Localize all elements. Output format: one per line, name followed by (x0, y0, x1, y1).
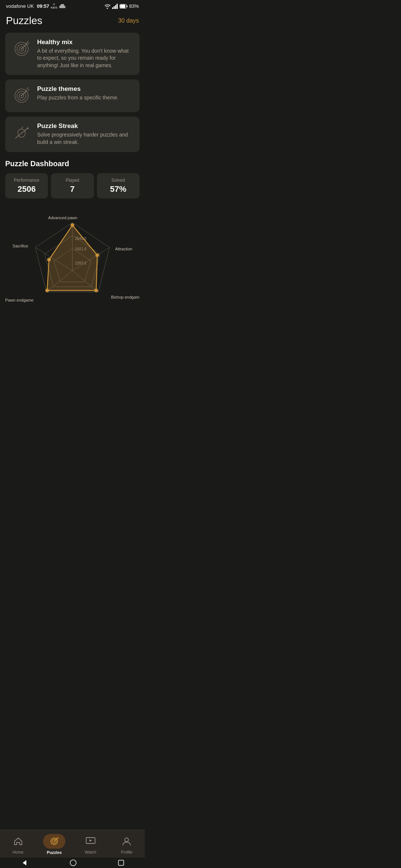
svg-text:Advanced pawn: Advanced pawn (48, 216, 77, 220)
svg-rect-1 (112, 7, 113, 9)
svg-point-39 (71, 223, 74, 227)
svg-rect-7 (120, 4, 125, 8)
dashboard-section: Puzzle Dashboard Performance 2506 Played… (0, 152, 145, 202)
stat-played-value: 7 (70, 184, 75, 194)
svg-line-15 (27, 43, 29, 44)
stat-played: Played 7 (51, 173, 94, 198)
time-label: 09:57 (37, 3, 49, 9)
stat-performance-value: 2506 (17, 184, 36, 194)
svg-point-43 (47, 258, 51, 262)
battery-label: 83% (129, 3, 139, 9)
svg-rect-6 (127, 5, 127, 7)
svg-text:Pawn endgame: Pawn endgame (5, 298, 33, 302)
wifi-icon: 5 (104, 4, 111, 9)
svg-point-40 (95, 253, 99, 257)
stats-row: Performance 2506 Played 7 Solved 57% (5, 173, 140, 198)
puzzle-streak-title: Puzzle Streak (37, 122, 134, 130)
stat-performance-label: Performance (14, 178, 39, 183)
stat-solved-value: 57% (110, 184, 126, 194)
healthy-mix-icon (11, 39, 32, 59)
radar-chart: 1921.0 2283.0 2645.0 Advanced pawn Attra… (0, 202, 145, 321)
svg-rect-4 (117, 4, 118, 9)
puzzle-themes-card[interactable]: Puzzle themes Play puzzles from a specif… (5, 79, 140, 112)
page-header: Puzzles 30 days (0, 11, 145, 33)
svg-rect-3 (115, 5, 116, 9)
puzzle-streak-card[interactable]: Puzzle Streak Solve progressively harder… (5, 116, 140, 152)
svg-line-24 (28, 89, 29, 90)
healthy-mix-title: Healthy mix (37, 39, 134, 46)
svg-rect-2 (114, 6, 115, 9)
puzzle-streak-icon (11, 122, 32, 143)
carrier-label: vodafone UK (6, 3, 34, 9)
svg-marker-38 (47, 225, 97, 290)
svg-point-41 (94, 289, 98, 292)
healthy-mix-card[interactable]: Healthy mix A bit of everything. You don… (5, 33, 140, 75)
stat-solved: Solved 57% (97, 173, 140, 198)
cards-list: Healthy mix A bit of everything. You don… (0, 33, 145, 152)
battery-icon (120, 4, 128, 9)
svg-line-23 (27, 88, 28, 89)
stat-solved-label: Solved (111, 178, 125, 183)
days-badge[interactable]: 30 days (118, 17, 139, 24)
stat-performance: Performance 2506 (5, 173, 48, 198)
puzzle-themes-title: Puzzle themes (37, 85, 118, 93)
svg-text:Attraction: Attraction (115, 247, 132, 251)
healthy-mix-desc: A bit of everything. You don't know what… (37, 47, 134, 69)
svg-marker-26 (27, 127, 29, 129)
signal-icon (112, 4, 118, 9)
puzzle-themes-desc: Play puzzles from a specific theme. (37, 94, 118, 102)
svg-line-25 (16, 128, 27, 138)
svg-text:Bishop endgame: Bishop endgame (111, 295, 140, 299)
svg-text:5: 5 (109, 4, 111, 6)
dashboard-title: Puzzle Dashboard (5, 160, 140, 168)
cloud-icon (59, 4, 66, 9)
puzzle-streak-desc: Solve progressively harder puzzles and b… (37, 131, 134, 146)
status-bar: vodafone UK 09:57 0 KB/S 5 (0, 0, 145, 11)
svg-point-42 (45, 289, 49, 292)
page-title: Puzzles (6, 15, 42, 27)
puzzle-themes-icon (11, 85, 32, 106)
stat-played-label: Played (66, 178, 79, 183)
svg-text:Sacrifice: Sacrifice (13, 244, 28, 248)
svg-line-16 (27, 41, 28, 42)
data-speed: 0 KB/S (50, 3, 57, 10)
